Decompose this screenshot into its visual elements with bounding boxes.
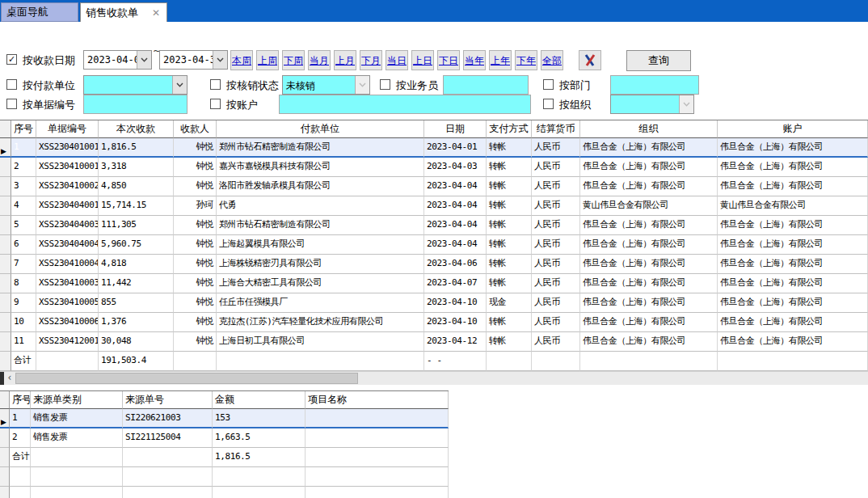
table-cell[interactable]: 钟悦 — [174, 216, 217, 235]
quick-range-button[interactable]: 全部 — [541, 50, 563, 70]
table-cell[interactable]: 伟旦合金（上海）有限公司 — [580, 274, 718, 293]
query-button[interactable]: 查询 — [626, 50, 691, 71]
table-cell[interactable]: XSS230410006 — [36, 313, 99, 332]
table-cell[interactable]: 1,376 — [99, 313, 174, 332]
table-cell[interactable]: 人民币 — [532, 313, 580, 332]
quick-range-button[interactable]: 当月 — [308, 50, 331, 70]
table-cell[interactable]: 人民币 — [532, 177, 580, 196]
tab-sales-receipt[interactable]: 销售收款单 ✕ — [80, 2, 167, 22]
table-cell[interactable] — [10, 487, 31, 498]
column-header[interactable]: 账户 — [718, 120, 868, 138]
table-cell[interactable]: 销售发票 — [31, 428, 123, 448]
table-cell[interactable]: SI221125004 — [123, 428, 213, 448]
table-row[interactable]: 7XSS2304100044,818钟悦上海株锐精密刃具有限公司2023-04-… — [0, 255, 868, 274]
table-cell[interactable]: 1,663.5 — [213, 428, 305, 448]
table-cell[interactable]: 人民币 — [532, 158, 580, 177]
quick-range-button[interactable]: 下日 — [437, 50, 460, 70]
table-header[interactable]: 序号来源单类别来源单号金额项目名称 — [0, 390, 449, 409]
table-cell[interactable]: 钟悦 — [174, 313, 217, 332]
payer-combo[interactable] — [83, 75, 188, 95]
table-cell[interactable] — [123, 467, 213, 487]
column-header[interactable]: 来源单类别 — [31, 391, 123, 409]
table-cell[interactable]: 转帐 — [487, 138, 532, 158]
table-cell[interactable]: 任丘市任强模具厂 — [217, 293, 424, 313]
table-row[interactable]: 合计1,816.5 — [0, 448, 449, 467]
table-cell[interactable]: 钟悦 — [174, 255, 217, 274]
table-cell[interactable]: 转帐 — [487, 235, 532, 255]
table-cell[interactable]: 人民币 — [532, 293, 580, 313]
table-cell[interactable]: 上海株锐精密刃具有限公司 — [217, 255, 424, 274]
table-cell[interactable]: 钟悦 — [174, 235, 217, 255]
table-cell[interactable] — [305, 409, 449, 428]
column-header[interactable]: 支付方式 — [487, 120, 532, 138]
table-cell[interactable]: 伟旦合金（上海）有限公司 — [718, 274, 868, 293]
close-icon[interactable]: ✕ — [152, 8, 160, 18]
date-from-combo[interactable]: 2023-04-01 — [83, 50, 152, 70]
table-cell[interactable]: 人民币 — [532, 216, 580, 235]
table-cell[interactable] — [213, 467, 305, 487]
table-cell[interactable]: 伟旦合金（上海）有限公司 — [580, 158, 718, 177]
table-cell[interactable] — [305, 428, 449, 448]
quick-range-button[interactable]: 当年 — [463, 50, 486, 70]
table-row[interactable]: 合计191,503.4- - — [0, 352, 868, 371]
table-header[interactable]: 序号单据编号本次收款收款人付款单位日期支付方式结算货币组织账户 — [0, 120, 868, 138]
table-cell[interactable]: 2023-04-04 — [424, 177, 487, 196]
table-cell[interactable]: 111,305 — [99, 216, 174, 235]
table-row[interactable]: 8XSS23041000311,442钟悦上海合大精密工具有限公司2023-04… — [0, 274, 868, 293]
table-cell[interactable]: XSS230410004 — [36, 255, 99, 274]
table-row[interactable]: 4XSS23040400115,714.15孙珂代勇2023-04-04转帐人民… — [0, 196, 868, 216]
tab-desktop-nav[interactable]: 桌面导航 — [1, 2, 78, 22]
column-header[interactable]: 金额 — [213, 391, 305, 409]
table-cell[interactable] — [305, 448, 449, 467]
quick-range-button[interactable]: 下周 — [282, 50, 305, 70]
table-cell[interactable]: 2023-04-04 — [424, 235, 487, 255]
table-cell[interactable]: 现金 — [487, 293, 532, 313]
table-cell[interactable]: 2023-04-03 — [424, 158, 487, 177]
table-cell[interactable]: 孙珂 — [174, 196, 217, 216]
column-header[interactable]: 项目名称 — [305, 391, 449, 409]
table-cell[interactable]: 2023-04-06 — [424, 255, 487, 274]
table-cell[interactable]: 伟旦合金（上海）有限公司 — [580, 255, 718, 274]
table-cell[interactable]: 转帐 — [487, 177, 532, 196]
table-row[interactable]: 5XSS230404003111,305钟悦郑州市钻石精密制造有限公司2023-… — [0, 216, 868, 235]
table-cell[interactable]: 伟旦合金（上海）有限公司 — [580, 313, 718, 332]
table-cell[interactable]: 2 — [11, 158, 36, 177]
table-cell[interactable]: 5 — [11, 216, 36, 235]
column-header[interactable]: 日期 — [424, 120, 487, 138]
table-cell[interactable]: 30,048 — [99, 332, 174, 352]
by-salesman-checkbox[interactable] — [380, 79, 390, 90]
table-cell[interactable]: 2023-04-10 — [424, 293, 487, 313]
table-cell[interactable]: XSS230410003 — [36, 274, 99, 293]
table-cell[interactable]: 钟悦 — [174, 158, 217, 177]
table-row[interactable]: ▶1XSS2304010011,816.5钟悦郑州市钻石精密制造有限公司2023… — [0, 138, 868, 158]
table-cell[interactable]: 转帐 — [487, 196, 532, 216]
department-input[interactable] — [610, 75, 699, 95]
quick-range-button[interactable]: 上年 — [489, 50, 512, 70]
org-combo[interactable] — [610, 95, 694, 114]
table-cell[interactable]: XSS230410005 — [36, 293, 99, 313]
table-cell[interactable]: 人民币 — [532, 235, 580, 255]
table-cell[interactable]: 6 — [11, 235, 36, 255]
table-cell[interactable] — [31, 448, 123, 467]
table-cell[interactable] — [213, 487, 305, 498]
table-cell[interactable]: 153 — [213, 409, 305, 428]
table-cell[interactable]: XSS230404001 — [36, 196, 99, 216]
quick-range-button[interactable]: 本周 — [230, 50, 253, 70]
by-writeoff-checkbox[interactable] — [210, 79, 221, 90]
table-cell[interactable]: 15,714.15 — [99, 196, 174, 216]
table-cell[interactable]: 钟悦 — [174, 138, 217, 158]
table-cell[interactable]: XSS230401001 — [36, 138, 99, 158]
quick-range-button[interactable]: 下年 — [515, 50, 537, 70]
table-cell[interactable]: 2023-04-04 — [424, 196, 487, 216]
column-header[interactable]: 来源单号 — [123, 391, 213, 409]
table-cell[interactable]: 人民币 — [532, 138, 580, 158]
table-cell[interactable]: 2023-04-12 — [424, 332, 487, 352]
table-cell[interactable]: 1 — [10, 409, 31, 428]
table-cell[interactable] — [305, 487, 449, 498]
table-cell[interactable] — [123, 487, 213, 498]
column-header[interactable]: 组织 — [580, 120, 718, 138]
table-cell[interactable]: 郑州市钻石精密制造有限公司 — [217, 138, 424, 158]
table-cell[interactable] — [31, 467, 123, 487]
quick-range-button[interactable]: 上周 — [256, 50, 279, 70]
table-cell[interactable]: XSS230412001 — [36, 332, 99, 352]
